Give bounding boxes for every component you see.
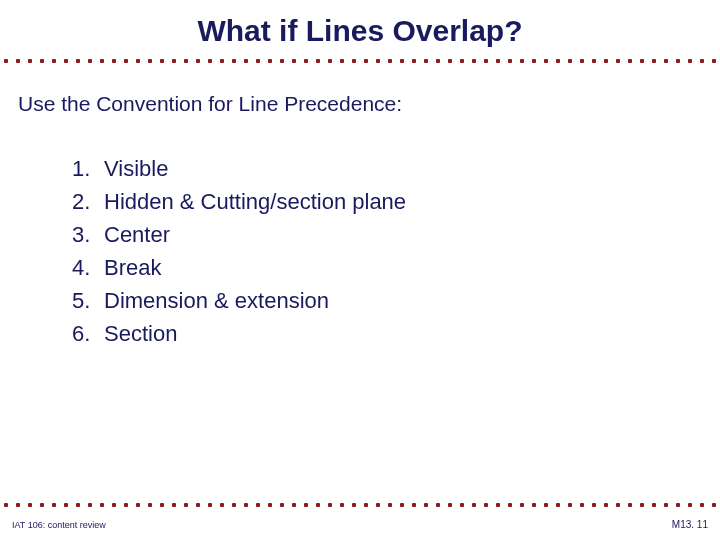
list-item: 1. Visible (72, 152, 720, 185)
divider-bottom (0, 502, 720, 508)
list-text: Hidden & Cutting/section plane (104, 185, 406, 218)
slide-title: What if Lines Overlap? (0, 0, 720, 56)
list-item: 2. Hidden & Cutting/section plane (72, 185, 720, 218)
list-text: Center (104, 218, 170, 251)
footer-right: M13. 11 (672, 519, 708, 530)
list-number: 4. (72, 251, 104, 284)
list-text: Dimension & extension (104, 284, 329, 317)
footer-left: IAT 106: content review (12, 520, 106, 530)
precedence-list: 1. Visible 2. Hidden & Cutting/section p… (0, 116, 720, 350)
list-item: 5. Dimension & extension (72, 284, 720, 317)
list-number: 3. (72, 218, 104, 251)
list-item: 3. Center (72, 218, 720, 251)
list-number: 6. (72, 317, 104, 350)
list-number: 5. (72, 284, 104, 317)
list-item: 6. Section (72, 317, 720, 350)
list-number: 1. (72, 152, 104, 185)
list-text: Section (104, 317, 177, 350)
list-text: Visible (104, 152, 168, 185)
list-number: 2. (72, 185, 104, 218)
list-text: Break (104, 251, 161, 284)
intro-text: Use the Convention for Line Precedence: (0, 64, 720, 116)
list-item: 4. Break (72, 251, 720, 284)
